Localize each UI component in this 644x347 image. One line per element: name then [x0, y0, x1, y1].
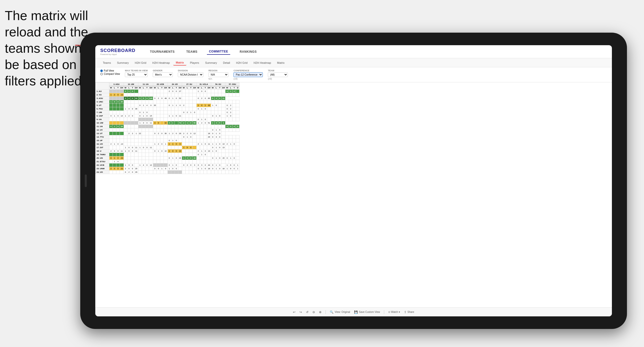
h-su-w: W — [182, 86, 186, 90]
col-group-asu: 3. ASU — [109, 83, 124, 86]
team-select[interactable]: (All) — [268, 72, 288, 77]
h-asu-dif: Dif — [120, 86, 124, 90]
row-uo16: 16. UO — [96, 142, 109, 146]
subnav-h2h-heatmap2[interactable]: H2H Heatmap — [251, 60, 274, 65]
table-row: 8. UAF 01014 120 01015 11011 010 10 — [96, 114, 239, 118]
col-group-ua: 11. UA — [138, 83, 153, 86]
matrix-content[interactable]: 3. ASU 10. UW 11. UA 22. UCB 24. UO 27. … — [95, 82, 612, 307]
row-tamu19: 19. TAMU — [96, 153, 109, 156]
logo: SCOREBOARD Powered by clippd — [100, 48, 135, 55]
subnav-teams[interactable]: Teams — [100, 60, 113, 65]
radio-full-view[interactable]: Full View — [100, 69, 120, 72]
gender-select[interactable]: Men's — [153, 72, 173, 77]
region-select[interactable]: N/A (All) — [208, 72, 228, 77]
subnav-h2h-grid[interactable]: H2H Grid — [132, 60, 149, 65]
subnav-h2h-grid2[interactable]: H2H Grid — [233, 60, 250, 65]
toolbar-share[interactable]: ⇪ Share — [404, 310, 414, 314]
team-label: Team — [268, 69, 288, 72]
max-teams-label: Max teams in view — [125, 69, 148, 72]
filter-region: Region N/A (All) N/A — [208, 69, 228, 80]
subnav-summary[interactable]: Summary — [114, 60, 131, 65]
h-uo-w: W — [168, 86, 171, 90]
radio-full-label: Full View — [104, 69, 114, 72]
table-row: 2. VU 120-12 — [96, 93, 239, 97]
nav-committee[interactable]: COMMITTEE — [207, 49, 230, 55]
filter-row: Full View Compact View Max teams in view… — [95, 67, 612, 82]
row-vu: 2. VU — [96, 93, 109, 97]
toolbar-undo[interactable]: ↩ — [293, 310, 295, 314]
h-uu-t: T — [218, 86, 221, 90]
h-uw-l: L — [127, 86, 131, 90]
filter-max-teams: Max teams in view Top 25 — [125, 69, 148, 77]
h-ucb-l: L — [157, 86, 160, 90]
nav-tournaments[interactable]: TOURNAMENTS — [148, 49, 177, 54]
row-uaf: 8. UAF — [96, 114, 109, 118]
table-row: 22. UCB 130 14012 010 0203 03044 010 160… — [96, 163, 239, 167]
h-ua-w: W — [138, 86, 142, 90]
toolbar-divider1 — [326, 310, 326, 314]
toolbar-watch[interactable]: ⊙ Watch ▾ — [388, 311, 400, 313]
h-asu-t: T — [116, 86, 120, 90]
nav-teams[interactable]: TEAMS — [184, 49, 200, 54]
max-teams-select[interactable]: Top 25 — [125, 72, 148, 77]
toolbar-view-original[interactable]: 🔍 View: Original — [330, 310, 350, 314]
radio-compact-view[interactable]: Compact View — [100, 73, 120, 75]
corner-header — [96, 83, 109, 90]
table-row: 9. UA 010 — [96, 118, 239, 121]
h-uo-t: T — [175, 86, 178, 90]
bottom-toolbar: ↩ ↪ ↺ ⊖ ⊕ 🔍 View: Original 💾 Save Custom… — [95, 307, 612, 316]
table-row: 3. ASU 04090 050120 02048 01052 02060 03… — [96, 97, 239, 100]
row-u18: 18. U — [96, 149, 109, 153]
row-uw10: 10. UW — [96, 121, 109, 125]
subnav-players[interactable]: Players — [187, 60, 202, 65]
conference-label: Conference — [233, 69, 263, 72]
nav-rankings[interactable]: RANKINGS — [238, 49, 259, 54]
table-row: 1. AU 010 20027 100 010 — [96, 90, 239, 93]
h-su-t: T — [189, 86, 193, 90]
table-row: 20. UG 010-34 01023 10048 01015 010 — [96, 156, 239, 160]
toolbar-zoom-in[interactable]: ⊕ — [319, 310, 321, 314]
division-select[interactable]: NCAA Division I — [178, 72, 203, 77]
h-ucb-t: T — [160, 86, 164, 90]
subnav-h2h-heatmap[interactable]: H2H Heatmap — [150, 60, 172, 65]
row-etsu21: 21. ETSU — [96, 160, 109, 163]
tablet-button[interactable] — [85, 175, 87, 187]
h-uw-t: T — [131, 86, 134, 90]
row-ut13: 13. UT — [96, 132, 109, 135]
row-ucb22: 22. UCB — [96, 163, 109, 167]
toolbar-divider2 — [384, 310, 384, 314]
row-ttu14: 14. TTU — [96, 135, 109, 139]
h-uu-l: L — [214, 86, 218, 90]
toolbar-redo[interactable]: ↪ — [299, 310, 302, 314]
col-group-osu: 57. OSU — [225, 83, 239, 86]
gender-label: Gender — [153, 69, 173, 72]
radio-compact-dot — [100, 73, 103, 75]
redo-icon: ↪ — [299, 310, 302, 314]
h-uo-dif: Dif — [178, 86, 182, 90]
row-uv12: 12. UV — [96, 128, 109, 132]
view-icon: 🔍 — [330, 310, 334, 314]
view-original-label: View: Original — [335, 311, 350, 313]
toolbar-refresh[interactable]: ↺ — [306, 310, 308, 314]
row-unm23: 23. UNM — [96, 167, 109, 170]
h-su-dif: Dif — [193, 86, 197, 90]
subnav-summary2[interactable]: Summary — [203, 60, 219, 65]
subnav-detail[interactable]: Detail — [220, 60, 232, 65]
subnav-matrix[interactable]: Matrix — [173, 60, 186, 66]
logo-title: SCOREBOARD — [100, 48, 135, 53]
conference-select[interactable]: Pac-12 Conference (All) — [233, 72, 263, 77]
toolbar-save-custom[interactable]: 💾 Save Custom View — [354, 310, 380, 314]
row-ua9: 9. UA — [96, 118, 109, 121]
filter-view: Full View Compact View — [100, 69, 120, 75]
h-uw-w: W — [124, 86, 127, 90]
h-ua-dif: Dif — [149, 86, 153, 90]
col-group-su: 27. SU — [182, 83, 197, 86]
toolbar-zoom-out[interactable]: ⊖ — [312, 310, 315, 314]
table-row: 12. UV 015 — [96, 128, 239, 132]
h-ucb-dif: Dif — [164, 86, 168, 90]
row-fsu: 6. FSU — [96, 107, 109, 111]
table-row: 4. UNC 10036 — [96, 100, 239, 104]
table-row: 14. TTU 010 29 030 — [96, 135, 239, 139]
subnav-matrix2[interactable]: Matrix — [275, 60, 287, 65]
col-group-uo: 24. UO — [168, 83, 182, 86]
